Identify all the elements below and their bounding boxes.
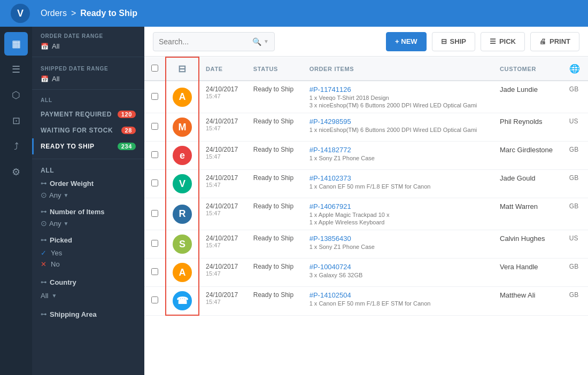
table-row: e24/10/201715:47Ready to Ship#P-14182772… — [144, 142, 588, 170]
order-items-cell[interactable]: #P-142985951 x niceEshop(TM) 6 Buttons 2… — [303, 113, 493, 142]
picked-no-label: No — [51, 260, 60, 268]
filter-all-link[interactable]: All — [32, 161, 144, 176]
order-weight-select[interactable]: ⊙ Any ▼ — [41, 191, 136, 199]
breadcrumb-current: Ready to Ship — [80, 9, 137, 18]
table-row: S24/10/201715:47Ready to Ship#P-13856430… — [144, 230, 588, 259]
date-cell: 24/10/201715:47 — [199, 81, 247, 113]
customer-cell: Phil Reynolds — [493, 113, 563, 142]
order-items-header[interactable]: ORDER ITEMS — [303, 57, 493, 81]
channel-cell[interactable]: e — [166, 142, 199, 170]
select-all-header[interactable] — [144, 57, 166, 81]
status-payment-required[interactable]: PAYMENT REQUIRED 120 — [32, 106, 144, 122]
table-row: ☎24/10/201715:47Ready to Ship#P-14102504… — [144, 287, 588, 316]
order-items-cell[interactable]: #P-141827721 x Sony Z1 Phone Case — [303, 142, 493, 170]
country-dropdown[interactable]: All ▼ — [41, 290, 136, 302]
order-link[interactable]: #P-10040724 — [310, 263, 351, 271]
row-checkbox-5[interactable] — [151, 240, 158, 247]
waiting-stock-badge: 28 — [121, 127, 136, 134]
status-header[interactable]: STATUS — [247, 57, 303, 81]
nav-icon-analytics[interactable]: ⤴ — [4, 135, 28, 158]
table-row: V24/10/201715:47Ready to Ship#P-14102373… — [144, 170, 588, 198]
status-waiting-for-stock[interactable]: WAITING FOR STOCK 28 — [32, 122, 144, 138]
row-checkbox-6[interactable] — [151, 268, 158, 275]
nav-icon-list[interactable]: ☰ — [4, 58, 28, 81]
row-checkbox-2[interactable] — [151, 151, 158, 158]
status-cell: Ready to Ship — [247, 230, 303, 259]
nav-icon-settings[interactable]: ⚙ — [4, 160, 28, 184]
row-checkbox-0[interactable] — [151, 93, 158, 100]
filter-sidebar: ORDER DATE RANGE 📅 All SHIPPED DATE RANG… — [32, 27, 144, 375]
number-of-items-select[interactable]: ⊙ Any ▼ — [41, 219, 136, 228]
slider-icon-2: ⊶ — [41, 208, 47, 215]
status-cell: Ready to Ship — [247, 259, 303, 287]
status-cell: Ready to Ship — [247, 113, 303, 142]
order-date-range-label: ORDER DATE RANGE — [41, 33, 136, 39]
channel-cell[interactable]: R — [166, 198, 199, 230]
order-items-cell[interactable]: #P-141023731 x Canon EF 50 mm F/1.8 EF S… — [303, 170, 493, 198]
order-items-cell[interactable]: #P-100407243 x Galaxy S6 32GB — [303, 259, 493, 287]
status-ready-to-ship[interactable]: READY TO SHIP 234 — [32, 138, 144, 154]
print-button[interactable]: 🖨 PRINT — [530, 32, 579, 51]
picked-label: Picked — [50, 236, 72, 244]
status-cell: Ready to Ship — [247, 142, 303, 170]
country-group: ⊶ Country All ▼ — [32, 275, 144, 307]
pick-button[interactable]: ☰ PICK — [481, 32, 525, 51]
order-link[interactable]: #P-14298595 — [310, 118, 351, 126]
search-dropdown-arrow[interactable]: ▼ — [264, 38, 269, 44]
date-cell: 24/10/201715:47 — [199, 170, 247, 198]
country-value: All — [41, 292, 48, 300]
date-cell: 24/10/201715:47 — [199, 230, 247, 259]
date-cell: 24/10/201715:47 — [199, 198, 247, 230]
number-of-items-value: Any — [49, 220, 61, 228]
order-date-range-value[interactable]: 📅 All — [41, 42, 136, 50]
search-input[interactable] — [159, 37, 252, 46]
order-link[interactable]: #P-11741126 — [310, 85, 351, 93]
order-items-cell[interactable]: #P-141025041 x Canon EF 50 mm F/1.8 EF S… — [303, 287, 493, 316]
order-link[interactable]: #P-14067921 — [310, 202, 351, 210]
shipping-area-group: ⊶ Shipping Area — [32, 307, 144, 327]
order-link[interactable]: #P-14102504 — [310, 291, 351, 299]
calendar-icon: 📅 — [41, 43, 49, 50]
order-items-cell[interactable]: #P-140679211 x Apple Magic Trackpad 10 x… — [303, 198, 493, 230]
order-link[interactable]: #P-14102373 — [310, 174, 351, 182]
order-link[interactable]: #P-14182772 — [310, 146, 351, 154]
customer-header[interactable]: CUSTOMER — [493, 57, 563, 81]
customer-cell: Vera Handle — [493, 259, 563, 287]
picked-yes-item[interactable]: ✓ Yes — [41, 247, 136, 259]
country-cell: GB — [563, 287, 588, 316]
order-items-cell[interactable]: #P-117411261 x Veeqo T-Shirt 2018 Design… — [303, 81, 493, 113]
customer-cell: Matt Warren — [493, 198, 563, 230]
channel-cell[interactable]: A — [166, 259, 199, 287]
pick-icon: ☰ — [490, 37, 496, 45]
picked-group: ⊶ Picked ✓ Yes ✕ No — [32, 233, 144, 275]
ready-to-ship-badge: 234 — [118, 143, 136, 150]
select-all-checkbox[interactable] — [151, 65, 158, 72]
order-items-cell[interactable]: #P-138564301 x Sony Z1 Phone Case — [303, 230, 493, 259]
row-checkbox-7[interactable] — [151, 296, 158, 303]
channel-cell[interactable]: M — [166, 113, 199, 142]
channel-cell[interactable]: V — [166, 170, 199, 198]
row-checkbox-4[interactable] — [151, 210, 158, 217]
customer-cell: Calvin Hughes — [493, 230, 563, 259]
breadcrumb-parent[interactable]: Orders — [41, 9, 67, 18]
channel-cell[interactable]: ☎ — [166, 287, 199, 316]
nav-icon-tag[interactable]: ⬡ — [4, 83, 28, 107]
status-cell: Ready to Ship — [247, 81, 303, 113]
payment-required-badge: 120 — [118, 111, 136, 118]
picked-no-item[interactable]: ✕ No — [41, 259, 136, 270]
date-header[interactable]: DATE — [199, 57, 247, 81]
order-link[interactable]: #P-13856430 — [310, 235, 351, 243]
shipped-date-range-value[interactable]: 📅 All — [41, 75, 136, 83]
row-checkbox-1[interactable] — [151, 123, 158, 130]
country-cell: GB — [563, 259, 588, 287]
nav-icon-cart[interactable]: ⊡ — [4, 109, 28, 132]
new-button[interactable]: + NEW — [386, 32, 427, 51]
search-container[interactable]: 🔍 ▼ — [153, 32, 275, 51]
number-of-items-label: Number of Items — [50, 208, 105, 216]
nav-icon-chart[interactable]: ▦ — [4, 32, 28, 56]
ship-button[interactable]: ⊟ SHIP — [432, 32, 475, 51]
channel-cell[interactable]: A — [166, 81, 199, 113]
channel-cell[interactable]: S — [166, 230, 199, 259]
x-icon: ✕ — [41, 260, 47, 268]
row-checkbox-3[interactable] — [151, 179, 158, 186]
